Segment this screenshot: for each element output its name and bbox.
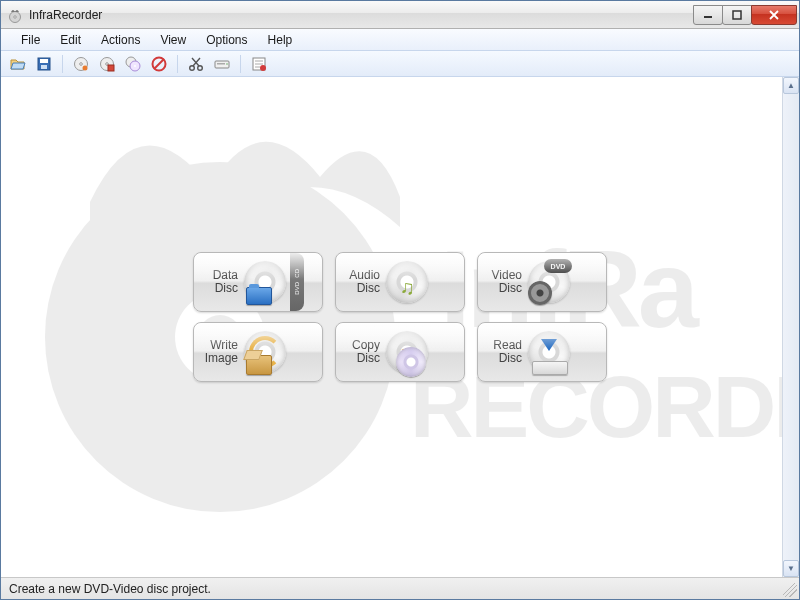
svg-point-19: [198, 65, 203, 70]
status-text: Create a new DVD-Video disc project.: [9, 582, 211, 596]
video-disc-icon: DVD: [528, 261, 570, 303]
menu-help[interactable]: Help: [258, 31, 303, 49]
data-disc-button[interactable]: Data Disc CD DVD: [193, 252, 323, 312]
svg-rect-21: [217, 63, 225, 65]
read-disc-icon: [528, 331, 570, 373]
label-line: Disc: [342, 352, 380, 365]
data-disc-side-tab[interactable]: CD DVD: [290, 253, 304, 311]
data-disc-icon: [244, 261, 286, 303]
launcher-grid: Data Disc CD DVD Audio Disc ♫ Video: [193, 252, 607, 382]
video-disc-button[interactable]: Video Disc DVD: [477, 252, 607, 312]
save-icon[interactable]: [33, 53, 55, 75]
label-line: Image: [200, 352, 238, 365]
svg-rect-12: [108, 65, 114, 71]
menu-actions[interactable]: Actions: [91, 31, 150, 49]
erase-disc-icon[interactable]: [148, 53, 170, 75]
svg-rect-5: [40, 59, 48, 63]
label-line: Disc: [484, 282, 522, 295]
read-disc-label: Read Disc: [484, 339, 522, 364]
svg-line-17: [154, 59, 164, 69]
svg-point-18: [190, 65, 195, 70]
toolbar-separator: [240, 55, 241, 73]
vertical-scrollbar[interactable]: ▲ ▼: [782, 77, 799, 577]
label-line: Disc: [484, 352, 522, 365]
maximize-button[interactable]: [722, 5, 752, 25]
statusbar: Create a new DVD-Video disc project.: [1, 577, 799, 599]
burn-disc-icon[interactable]: [70, 53, 92, 75]
minimize-button[interactable]: [693, 5, 723, 25]
toolbar: [1, 51, 799, 77]
read-disc-button[interactable]: Read Disc: [477, 322, 607, 382]
svg-point-1: [14, 15, 16, 17]
drive-icon[interactable]: [211, 53, 233, 75]
copy-disc-label: Copy Disc: [342, 339, 380, 364]
scroll-up-button[interactable]: ▲: [783, 77, 799, 94]
audio-disc-button[interactable]: Audio Disc ♫: [335, 252, 465, 312]
menu-file[interactable]: File: [11, 31, 50, 49]
menubar: File Edit Actions View Options Help: [1, 29, 799, 51]
side-tab-cd: CD: [294, 269, 300, 278]
window-controls: [694, 5, 797, 25]
label-line: Disc: [342, 282, 380, 295]
write-image-icon: [244, 331, 286, 373]
audio-disc-icon: ♫: [386, 261, 428, 303]
svg-point-15: [134, 65, 136, 67]
dvd-badge: DVD: [544, 259, 572, 273]
write-image-label: Write Image: [200, 339, 238, 364]
toolbar-separator: [62, 55, 63, 73]
main-area: InfRa RECORDER Data Disc CD DVD Audio Di…: [1, 77, 799, 577]
titlebar: InfraRecorder: [1, 1, 799, 29]
menu-options[interactable]: Options: [196, 31, 257, 49]
write-image-button[interactable]: Write Image: [193, 322, 323, 382]
menu-view[interactable]: View: [150, 31, 196, 49]
burn-image-icon[interactable]: [96, 53, 118, 75]
data-disc-label: Data Disc: [200, 269, 238, 294]
close-button[interactable]: [751, 5, 797, 25]
menu-edit[interactable]: Edit: [50, 31, 91, 49]
svg-rect-3: [733, 11, 741, 19]
audio-disc-label: Audio Disc: [342, 269, 380, 294]
cut-icon[interactable]: [185, 53, 207, 75]
scroll-down-button[interactable]: ▼: [783, 560, 799, 577]
svg-rect-6: [41, 65, 47, 69]
copy-disc-icon[interactable]: [122, 53, 144, 75]
log-icon[interactable]: [248, 53, 270, 75]
svg-point-9: [83, 65, 88, 70]
label-line: Disc: [200, 282, 238, 295]
side-tab-dvd: DVD: [294, 282, 300, 295]
copy-disc-icon: ↘: [386, 331, 428, 373]
open-icon[interactable]: [7, 53, 29, 75]
copy-disc-button[interactable]: Copy Disc ↘: [335, 322, 465, 382]
svg-point-24: [260, 65, 266, 71]
app-icon: [7, 7, 23, 23]
svg-point-22: [226, 63, 228, 65]
toolbar-separator: [177, 55, 178, 73]
window-title: InfraRecorder: [29, 8, 102, 22]
resize-grip-icon[interactable]: [783, 583, 797, 597]
svg-point-8: [80, 62, 83, 65]
video-disc-label: Video Disc: [484, 269, 522, 294]
